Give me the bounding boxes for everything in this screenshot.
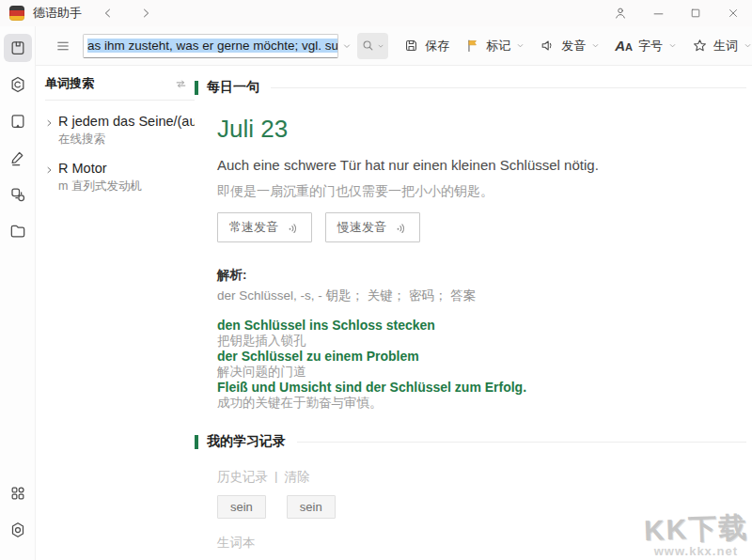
person-icon [613,6,628,21]
daily-sentence: Auch eine schwere Tür hat nur einen klei… [217,156,743,174]
floppy-save-icon [403,38,419,54]
icon-rail [0,26,36,560]
rail-item-apps[interactable] [4,479,32,507]
mark-button[interactable]: 标记 [464,38,525,54]
word-item-title: R jedem das Seine/(auc [58,114,195,129]
word-list-item[interactable]: R Motor m 直列式发动机 [45,161,195,194]
rail-item-files[interactable] [4,217,32,245]
daily-section-header: 每日一句 [195,79,752,96]
pronounce-button[interactable]: 发音 [540,38,600,54]
rail-item-notes[interactable] [4,144,32,172]
app-title: 德语助手 [33,5,82,22]
font-size-icon: AA [615,39,633,53]
chevron-down-icon [744,41,752,50]
rail-item-dictionary[interactable] [4,34,32,62]
dictionary-card-icon [8,39,27,57]
history-controls: 历史记录 | 清除 [217,469,743,486]
section-accent-bar [195,435,198,449]
toggle-panel-icon[interactable] [175,78,187,90]
search-history-dropdown[interactable] [342,41,352,51]
phrase-list: den Schlüssel ins Schloss stecken 把钥匙插入锁… [217,318,743,411]
hexagon-c-icon [8,75,27,94]
search-icon [361,39,375,53]
phrase-german: den Schlüssel ins Schloss stecken [217,318,743,334]
app-logo-icon [9,6,24,21]
font-size-button[interactable]: AA 字号 [615,38,677,54]
main-content: 每日一句 Juli 23 Auch eine schwere Tür hat n… [195,66,752,560]
save-button[interactable]: 保存 [403,38,449,54]
analysis-label: 解析: [217,267,743,284]
word-list-item[interactable]: R jedem das Seine/(auc 在线搜索 [45,114,195,148]
toolbar: as ihm zusteht, was er gerne möchte; vgl… [36,26,752,66]
history-label[interactable]: 历史记录 [217,469,268,486]
pronunciation-buttons: 常速发音 慢速发音 [217,212,743,242]
panel-header: 单词搜索 [45,75,195,101]
panel-title: 单词搜索 [45,75,94,92]
components-icon [8,185,27,204]
history-divider: | [274,469,278,486]
close-icon [727,7,740,20]
chevron-down-icon [516,41,525,50]
rail-item-study[interactable] [4,70,32,99]
sound-wave-icon [287,221,300,234]
back-button[interactable] [97,3,119,23]
search-button[interactable] [357,33,389,59]
section-divider [271,87,746,88]
clear-history-link[interactable]: 清除 [285,469,310,486]
star-icon [692,38,708,54]
grid-apps-icon [8,484,27,503]
phrase-german: der Schlüssel zu einem Problem [217,349,743,365]
rail-item-settings[interactable] [4,516,32,544]
chevron-right-icon [139,7,152,20]
window-controls [602,1,752,25]
phrase-chinese: 成功的关键在于勤奋与审慎。 [217,396,743,412]
book-icon [8,112,27,131]
word-definition: der Schlüssel, -s, - 钥匙； 关键； 密码； 答案 [217,288,743,304]
minimize-button[interactable] [639,1,677,25]
section-divider [297,442,746,443]
gear-icon [8,521,27,539]
account-button[interactable] [602,1,639,25]
study-section-header: 我的学习记录 [195,433,752,450]
chevron-down-icon [668,41,677,50]
chevron-down-icon [377,42,384,50]
chevron-left-icon [102,7,115,20]
forward-button[interactable] [134,3,157,23]
normal-speed-button[interactable]: 常速发音 [217,212,312,242]
chevron-down-icon [591,41,600,50]
maximize-button[interactable] [677,1,714,25]
phrase-chinese: 解决问题的门道 [217,365,743,381]
close-button[interactable] [714,1,752,25]
word-search-panel: 单词搜索 R jedem das Seine/(auc 在线搜索 [36,66,195,560]
daily-date: Juli 23 [217,115,743,144]
slow-speed-button[interactable]: 慢速发音 [325,212,420,242]
chevron-right-icon [45,164,54,176]
minimize-icon [651,7,666,21]
flag-icon [464,38,480,54]
rail-item-plugins[interactable] [4,180,32,209]
new-word-button[interactable]: 生词 [692,38,752,54]
word-item-subtitle: m 直列式发动机 [58,179,142,194]
chevron-right-icon [45,117,54,129]
daily-translation: 即便是一扇沉重的门也仅需要一把小小的钥匙。 [217,182,743,199]
pencil-icon [8,148,27,167]
titlebar: 德语助手 [0,0,752,26]
section-accent-bar [195,81,198,95]
maximize-icon [689,7,702,20]
rail-item-book[interactable] [4,107,32,135]
word-item-title: R Motor [58,161,142,176]
menu-button[interactable] [55,38,71,54]
history-word-button[interactable]: sein [217,495,266,519]
speaker-icon [540,38,556,54]
history-word-button[interactable]: sein [287,495,336,519]
word-item-subtitle: 在线搜索 [58,132,195,148]
list-menu-icon [55,38,71,54]
history-items: sein sein [217,495,743,519]
daily-section-title: 每日一句 [207,79,259,96]
wordbook-label: 生词本 [217,535,743,552]
search-input[interactable]: as ihm zusteht, was er gerne möchte; vgl… [83,34,338,58]
sound-wave-icon [395,221,408,234]
wordbook-empty: - [217,556,743,560]
folder-icon [8,222,27,241]
study-section-title: 我的学习记录 [207,433,286,450]
